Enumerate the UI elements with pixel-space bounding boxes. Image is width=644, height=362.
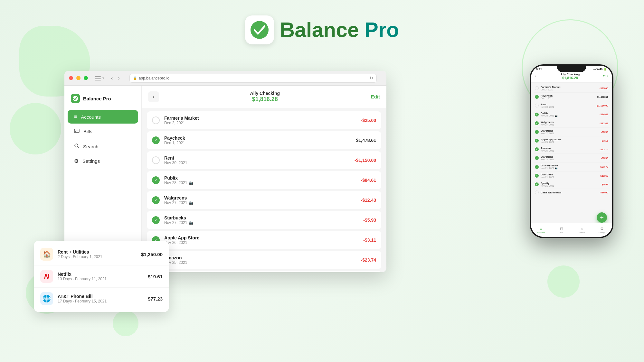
list-item[interactable]: Cash Withdrawal -$80.00 <box>534 189 610 196</box>
tx-amount-7: -$3.11 <box>363 237 376 243</box>
phone-tx-check-6[interactable]: ✓ <box>535 130 539 134</box>
phone-tab-bills[interactable]: ⊟ Bills <box>551 227 572 234</box>
table-row[interactable]: ✓ Paycheck Dec 1, 2021 $1,478.61 <box>147 131 381 149</box>
phone-edit-btn[interactable]: Edit <box>603 75 608 78</box>
list-item[interactable]: ✓ Starbucks Nov 23, 2021 -$5.93 <box>534 154 610 162</box>
tx-date-2: Dec 1, 2021 <box>164 141 352 145</box>
list-item[interactable]: ✓ DoorDash Nov 21, 2021 -$12.60 <box>534 172 610 180</box>
sidebar-item-bills[interactable]: Bills <box>68 124 138 139</box>
list-item[interactable]: ✓ Grocery Store Nov 21, 2021 📷 -$63.78 <box>534 162 610 172</box>
tx-date-7: Nov 26, 2021 <box>164 240 359 245</box>
phone-account-header: ‹ Ally Checking $1,816.28 Edit <box>531 71 612 83</box>
tx-name-5: Walgreens <box>164 195 356 200</box>
list-item[interactable]: ✓ Spotify Nov 21, 2021 -$9.99 <box>534 180 610 189</box>
bills-icon <box>74 128 80 135</box>
list-item[interactable]: N Netflix 13 Days · February 11, 2021 $1… <box>34 265 169 288</box>
list-item[interactable]: ✓ Amazon Nov 25, 2021 -$23.74 <box>534 145 610 154</box>
phone-tx-check-4[interactable]: ✓ <box>535 113 539 116</box>
camera-icon-5: 📷 <box>189 201 194 205</box>
phone-search-icon: ⌕ <box>581 227 583 231</box>
tx-checkbox-2[interactable]: ✓ <box>152 136 160 144</box>
table-row[interactable]: ✓ Starbucks Nov 27, 2021📷 -$5.93 <box>147 211 381 229</box>
list-item[interactable]: ✓ Paycheck Dec 1, 2021 $1,478.61 <box>534 93 610 101</box>
list-item[interactable]: Rent Nov 30, 2021 -$1,150.00 <box>534 101 610 110</box>
phone-tx-check-10[interactable]: ✓ <box>535 165 539 169</box>
sidebar-item-settings[interactable]: ⚙ Settings <box>68 154 138 168</box>
list-item[interactable]: ✓ Starbucks Nov 27, 2021 -$5.93 <box>534 128 610 136</box>
phone-acct-name: Ally Checking <box>537 73 603 76</box>
search-label: Search <box>83 144 99 149</box>
table-row[interactable]: ✓ Walgreens Nov 27, 2021📷 -$12.43 <box>147 191 381 209</box>
phone-tx-check-1[interactable] <box>535 86 539 90</box>
phone-tx-check-7[interactable]: ✓ <box>535 139 539 143</box>
phone-tx-check-5[interactable]: ✓ <box>535 121 539 125</box>
phone-accounts-label: Accounts <box>537 232 545 234</box>
list-item[interactable]: 🏠 Rent + Utilities 2 Days · February 1, … <box>34 243 169 265</box>
tx-name-4: Publix <box>164 175 356 181</box>
bill-due-2: 13 Days · February 11, 2021 <box>58 277 143 281</box>
tx-checkbox-4[interactable]: ✓ <box>152 176 160 184</box>
tx-checkbox-5[interactable]: ✓ <box>152 196 160 204</box>
edit-button[interactable]: Edit <box>371 94 380 99</box>
tx-checkbox-1[interactable] <box>152 116 160 124</box>
list-item[interactable]: ✓ Publix Nov 28, 2021 📷 -$84.61 <box>534 110 610 119</box>
minimize-button[interactable] <box>76 76 80 80</box>
tx-date-3: Nov 30, 2021 <box>164 161 350 165</box>
maximize-button[interactable] <box>84 76 88 80</box>
rent-icon: 🏠 <box>40 248 53 261</box>
tx-info-5: Walgreens Nov 27, 2021📷 <box>164 195 356 205</box>
phone-tx-check-12[interactable]: ✓ <box>535 182 539 186</box>
table-row[interactable]: ✓ Starbucks Nov 23, 2021 -$5.93 <box>147 271 381 272</box>
tx-checkbox-3[interactable] <box>152 156 160 164</box>
phone-tab-accounts[interactable]: ≡ Accounts <box>531 227 551 234</box>
phone-tx-check-11[interactable]: ✓ <box>535 174 539 178</box>
reload-icon[interactable]: ↻ <box>370 76 373 80</box>
tx-date-5: Nov 27, 2021📷 <box>164 200 356 205</box>
phone-acct-balance: $1,816.28 <box>537 76 603 80</box>
tx-date-1: Dec 2, 2021 <box>164 121 356 125</box>
phone-tx-check-3[interactable] <box>535 104 539 107</box>
tx-amount-4: -$84.61 <box>361 178 376 183</box>
tx-name-1: Farmer's Market <box>164 116 356 121</box>
back-button[interactable]: ‹ <box>148 91 159 102</box>
sidebar-toggle[interactable]: ▾ <box>95 76 104 80</box>
list-item[interactable]: ✓ Apple App Store Nov 25, 2021 -$3.11 <box>534 136 610 145</box>
app-title: Balance Pro <box>280 18 399 42</box>
back-arrow[interactable]: ‹ <box>110 75 114 82</box>
table-row[interactable]: Farmer's Market Dec 2, 2021 -$25.00 <box>147 111 381 129</box>
phone-fab-add[interactable]: + <box>597 212 607 223</box>
search-icon <box>74 143 79 150</box>
phone-search-label: Search <box>579 232 585 234</box>
camera-icon-6: 📷 <box>189 221 194 225</box>
phone-back-arrow[interactable]: ‹ <box>535 74 536 79</box>
account-balance: $1,816.28 <box>159 96 371 103</box>
phone-tx-check-13[interactable] <box>535 190 539 194</box>
list-item[interactable]: Farmer's Market Dec 2, 2021 -$25.00 <box>534 84 610 93</box>
phone-signal: ▪▪▪ WiFi 🔋 <box>593 68 607 71</box>
phone-tab-bar: ≡ Accounts ⊟ Bills ⌕ Search ⚙ Settings <box>531 223 612 237</box>
sidebar-item-search[interactable]: Search <box>68 139 138 153</box>
list-item[interactable]: ✓ Walgreens Nov 27, 2021 -$12.43 <box>534 119 610 128</box>
tx-info-2: Paycheck Dec 1, 2021 <box>164 135 352 145</box>
close-button[interactable] <box>69 76 73 80</box>
sidebar-item-accounts[interactable]: ≡ Accounts <box>68 110 138 124</box>
forward-arrow[interactable]: › <box>117 75 121 82</box>
table-row[interactable]: ✓ Apple App Store Nov 26, 2021 -$3.11 <box>147 231 381 249</box>
phone-tab-settings[interactable]: ⚙ Settings <box>592 227 612 234</box>
tx-amount-3: -$1,150.00 <box>355 158 376 163</box>
svg-point-0 <box>251 21 269 39</box>
phone-tx-check-9[interactable]: ✓ <box>535 156 539 160</box>
phone-tx-check-8[interactable]: ✓ <box>535 147 539 151</box>
address-bar[interactable]: 🔒 app.balancepro.io ↻ <box>129 74 377 83</box>
phone-tab-search[interactable]: ⌕ Search <box>572 227 592 234</box>
phone-accounts-icon: ≡ <box>540 227 542 231</box>
list-item[interactable]: AT&T Phone Bill 17 Days · February 15, 2… <box>34 288 169 310</box>
table-row[interactable]: Rent Nov 30, 2021 -$1,150.00 <box>147 151 381 169</box>
tx-name-2: Paycheck <box>164 135 352 141</box>
phone-notch <box>557 66 586 72</box>
phone-screen: 9:41 ▪▪▪ WiFi 🔋 ‹ Ally Checking $1,816.2… <box>531 66 612 237</box>
phone-tx-check-2[interactable]: ✓ <box>535 95 539 99</box>
tx-checkbox-6[interactable]: ✓ <box>152 216 160 224</box>
table-row[interactable]: ✓ Publix Nov 28, 2021📷 -$84.61 <box>147 171 381 189</box>
table-row[interactable]: ✓ Amazon Nov 25, 2021 -$23.74 <box>147 251 381 269</box>
